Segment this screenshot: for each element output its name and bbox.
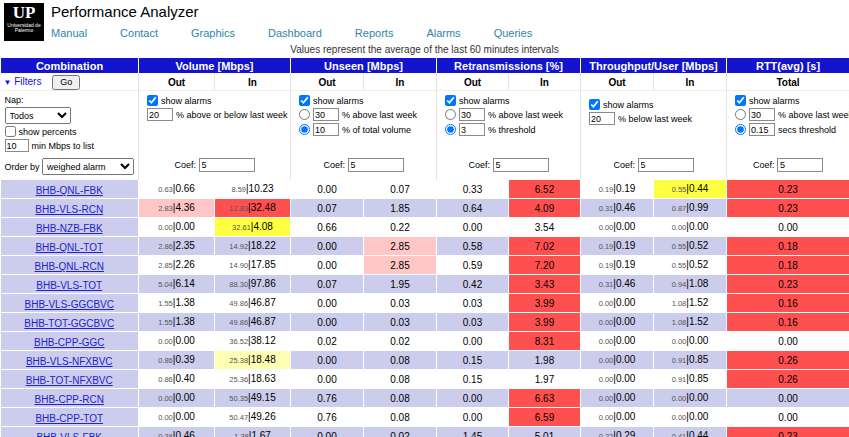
value-cell: 2.83|4.36 — [139, 199, 215, 218]
current-value: 0.00 — [778, 412, 797, 423]
last-week-value: 0.00 — [158, 394, 173, 403]
combination-link[interactable]: BHB-QNL-FBK — [36, 185, 103, 196]
rtt-threshold-input[interactable] — [749, 123, 775, 136]
value-cell: 6.63 — [509, 389, 581, 408]
current-value: 0.59 — [463, 260, 482, 271]
value-cell: 0.76 — [291, 408, 364, 427]
nav-reports[interactable]: Reports — [355, 27, 394, 39]
value-cell: 0.07 — [364, 180, 437, 199]
value-cell: 25.36|18.63 — [215, 370, 291, 389]
combination-link[interactable]: BHB-QNL-TOT — [35, 242, 103, 253]
unseen-total-volume-radio[interactable] — [299, 124, 310, 135]
combination-link[interactable]: BHB-VLS-RCN — [35, 204, 103, 215]
nav-queries[interactable]: Queries — [494, 27, 533, 39]
last-week-value: 8.59 — [231, 185, 246, 194]
retrans-threshold-input[interactable] — [459, 123, 485, 136]
nav-graphics[interactable]: Graphics — [191, 27, 235, 39]
last-week-value: 1.08 — [672, 318, 687, 327]
current-value: 0.08 — [390, 393, 409, 404]
show-percents-checkbox[interactable] — [5, 126, 16, 137]
current-value: 0.00 — [616, 354, 635, 365]
retrans-above-input[interactable] — [459, 108, 485, 121]
current-value: 17.85 — [251, 259, 276, 270]
value-cell: 6.52 — [509, 180, 581, 199]
current-value: 0.07 — [317, 279, 336, 290]
throughput-show-alarms-checkbox[interactable] — [589, 99, 600, 110]
value-cell: 0.00|0.00 — [581, 313, 654, 332]
order-by-select[interactable]: weighed alarm — [42, 158, 134, 175]
combination-link[interactable]: BHB-VLS-NFXBVC — [26, 356, 113, 367]
rtt-show-alarms-checkbox[interactable] — [735, 95, 746, 106]
retrans-threshold-radio[interactable] — [445, 124, 456, 135]
rtt-threshold-radio[interactable] — [735, 124, 746, 135]
current-value: 2.35 — [175, 240, 194, 251]
nap-select[interactable]: Todos — [5, 107, 71, 124]
current-value: 3.43 — [535, 279, 554, 290]
throughput-threshold-input[interactable] — [589, 112, 615, 125]
combination-link[interactable]: BHB-VLS-FBK — [36, 432, 102, 437]
combination-link[interactable]: BHB-NZB-FBK — [36, 223, 103, 234]
main-nav: Manual Contact Graphics Dashboard Report… — [51, 27, 532, 39]
last-week-value: 0.00 — [158, 337, 173, 346]
unseen-coef-input[interactable] — [348, 158, 404, 172]
combination-link[interactable]: BHB-CPP-GGC — [34, 337, 105, 348]
current-value: 0.08 — [390, 355, 409, 366]
current-value: 0.00 — [778, 336, 797, 347]
value-cell: 50.47|49.26 — [215, 408, 291, 427]
volume-filter-cell: show alarms % above or below last week — [139, 91, 291, 157]
current-value: 1.52 — [689, 316, 708, 327]
current-value: 0.00 — [616, 411, 635, 422]
go-button[interactable]: Go — [52, 75, 80, 90]
value-cell: 0.03 — [437, 294, 509, 313]
nav-alarms[interactable]: Alarms — [426, 27, 460, 39]
retrans-above-last-week-radio[interactable] — [445, 109, 456, 120]
combination-link[interactable]: BHB-TOT-NFXBVC — [26, 375, 113, 386]
value-cell: 3.54 — [509, 218, 581, 237]
unseen-above-input[interactable] — [313, 108, 339, 121]
value-cell: 88.30|97.86 — [215, 275, 291, 294]
last-week-value: 0.87 — [672, 204, 687, 213]
value-cell: 0.18 — [727, 256, 849, 275]
value-cell: 0.00|0.00 — [581, 351, 654, 370]
current-value: 0.26 — [778, 374, 797, 385]
throughput-coef-input[interactable] — [638, 158, 694, 172]
last-week-value: 88.30 — [229, 280, 248, 289]
column-throughput: Throughput/User [Mbps] — [581, 58, 727, 74]
unseen-total-input[interactable] — [313, 123, 339, 136]
rtt-above-input[interactable] — [749, 108, 775, 121]
current-value: 0.03 — [390, 298, 409, 309]
retrans-show-alarms-checkbox[interactable] — [445, 95, 456, 106]
retrans-above-label: % above last week — [488, 110, 563, 120]
current-value: 1.38 — [175, 316, 194, 327]
volume-in-header: In — [215, 74, 291, 91]
combination-link[interactable]: BHB-QNL-RCN — [35, 261, 104, 272]
current-value: 3.99 — [535, 317, 554, 328]
order-by-label: Order by — [5, 162, 40, 172]
nav-dashboard[interactable]: Dashboard — [268, 27, 322, 39]
min-mbps-input[interactable] — [5, 139, 29, 152]
rtt-coef-input[interactable] — [777, 158, 823, 172]
current-value: 5.01 — [535, 431, 554, 437]
unseen-above-last-week-radio[interactable] — [299, 109, 310, 120]
unseen-show-alarms-checkbox[interactable] — [299, 95, 310, 106]
rtt-total-header: Total — [727, 74, 849, 91]
combination-link[interactable]: BHB-CPP-RCN — [35, 394, 104, 405]
nav-contact[interactable]: Contact — [120, 27, 158, 39]
last-week-value: 32.61 — [232, 223, 251, 232]
volume-threshold-input[interactable] — [147, 108, 173, 121]
combination-link[interactable]: BHB-TOT-GGCBVC — [24, 318, 114, 329]
combination-link[interactable]: BHB-VLS-GGCBVC — [25, 299, 114, 310]
combination-link[interactable]: BHB-VLS-TOT — [36, 280, 102, 291]
volume-show-alarms-checkbox[interactable] — [147, 95, 158, 106]
volume-coef-input[interactable] — [199, 158, 255, 172]
unseen-filter-cell: show alarms % above last week % of total… — [291, 91, 437, 157]
nav-manual[interactable]: Manual — [51, 27, 87, 39]
current-value: 4.36 — [175, 202, 194, 213]
filters-toggle[interactable]: ▼ Filters — [4, 76, 42, 87]
combination-cell: BHB-TOT-NFXBVC — [1, 370, 139, 389]
combination-link[interactable]: BHB-CPP-TOT — [35, 413, 103, 424]
retrans-coef-input[interactable] — [493, 158, 549, 172]
value-cell: 0.03 — [437, 313, 509, 332]
column-rtt: RTT(avg) [s] — [727, 58, 849, 74]
rtt-above-last-week-radio[interactable] — [735, 109, 746, 120]
